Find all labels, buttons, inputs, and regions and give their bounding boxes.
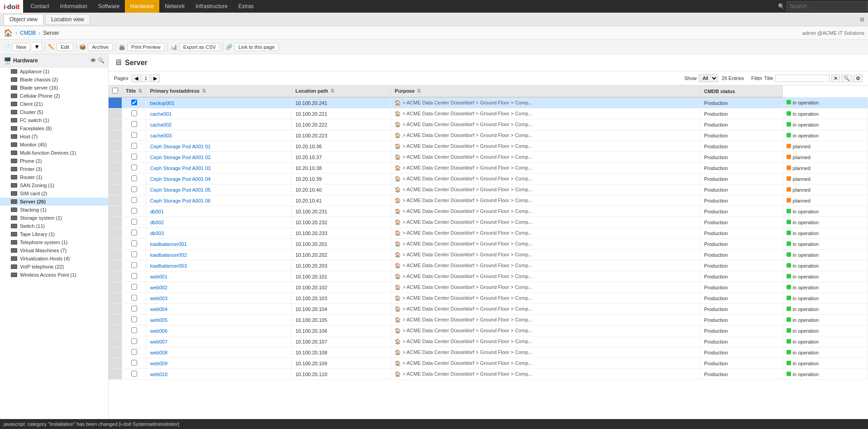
- view-toggle-icon[interactable]: 👁: [91, 57, 96, 64]
- prev-page-button[interactable]: ◀: [132, 75, 141, 82]
- row-checkbox-24[interactable]: [131, 360, 137, 366]
- sidebar-item-10[interactable]: Multi-function Devices (1): [0, 149, 108, 157]
- row-title-2[interactable]: cache002: [146, 119, 291, 130]
- filter-options-button[interactable]: ⚙: [854, 75, 863, 82]
- row-title-5[interactable]: Ceph Storage Pod A001 02: [146, 152, 291, 163]
- col-status[interactable]: CMDB status: [700, 85, 782, 97]
- row-checkbox-20[interactable]: [131, 316, 137, 322]
- row-checkbox-17[interactable]: [131, 284, 137, 290]
- sidebar-item-1[interactable]: Blade chassis (2): [0, 75, 108, 84]
- row-title-25[interactable]: web010: [146, 369, 291, 380]
- sidebar-item-5[interactable]: Cluster (5): [0, 108, 108, 116]
- row-title-8[interactable]: Ceph Storage Pod A001 05: [146, 184, 291, 195]
- row-checkbox-3[interactable]: [131, 132, 137, 138]
- select-all-header[interactable]: [109, 85, 122, 97]
- col-ip[interactable]: Primary hostaddress ⇅: [146, 85, 291, 97]
- col-purpose[interactable]: Purpose ⇅: [391, 85, 700, 97]
- tab-location-view[interactable]: Location view: [45, 14, 90, 25]
- row-checkbox-4[interactable]: [131, 143, 137, 149]
- nav-infrastructure[interactable]: Infrastructure: [190, 0, 233, 13]
- row-checkbox-1[interactable]: [131, 110, 137, 116]
- row-checkbox-19[interactable]: [131, 306, 137, 311]
- search-input[interactable]: [787, 1, 868, 11]
- select-all-checkbox[interactable]: [112, 88, 118, 94]
- sidebar-item-14[interactable]: SAN Zoning (1): [0, 181, 108, 189]
- new-dropdown-button[interactable]: ▼: [32, 42, 42, 52]
- row-title-6[interactable]: Ceph Storage Pod A001 03: [146, 163, 291, 174]
- row-title-0[interactable]: backup001: [146, 97, 291, 108]
- sidebar-item-3[interactable]: Cellular Phone (2): [0, 92, 108, 100]
- row-title-23[interactable]: web008: [146, 347, 291, 358]
- row-title-16[interactable]: web001: [146, 271, 291, 282]
- sidebar-item-8[interactable]: Host (7): [0, 132, 108, 141]
- sidebar-item-16[interactable]: Server (26): [0, 198, 108, 206]
- row-checkbox-18[interactable]: [131, 295, 137, 301]
- sidebar-item-21[interactable]: Telephone system (1): [0, 238, 108, 246]
- sidebar-item-9[interactable]: Monitor (45): [0, 141, 108, 149]
- sidebar-item-12[interactable]: Printer (3): [0, 165, 108, 173]
- nav-network[interactable]: Network: [159, 0, 190, 13]
- link-button[interactable]: Link to this page: [234, 43, 279, 51]
- row-title-22[interactable]: web007: [146, 336, 291, 347]
- row-title-18[interactable]: web003: [146, 293, 291, 304]
- nav-hardware[interactable]: Hardware: [125, 0, 159, 13]
- nav-contact[interactable]: Contact: [25, 0, 54, 13]
- nav-information[interactable]: Information: [55, 0, 93, 13]
- nav-extras[interactable]: Extras: [233, 0, 259, 13]
- sidebar-item-19[interactable]: Switch (11): [0, 222, 108, 230]
- sidebar-item-11[interactable]: Phone (2): [0, 157, 108, 165]
- row-checkbox-9[interactable]: [131, 197, 137, 203]
- home-icon[interactable]: 🏠: [4, 28, 13, 37]
- sidebar-item-17[interactable]: Stacking (1): [0, 206, 108, 214]
- row-title-17[interactable]: web002: [146, 282, 291, 293]
- row-checkbox-10[interactable]: [131, 208, 137, 214]
- sidebar-item-2[interactable]: Blade server (16): [0, 84, 108, 92]
- nav-software[interactable]: Software: [93, 0, 125, 13]
- row-title-12[interactable]: db003: [146, 228, 291, 239]
- row-title-15[interactable]: loadbalancer003: [146, 260, 291, 271]
- sidebar-item-18[interactable]: Storage system (1): [0, 214, 108, 222]
- sidebar-item-22[interactable]: Virtual Maschines (7): [0, 246, 108, 255]
- tab-object-view[interactable]: Object view: [4, 14, 43, 25]
- row-title-7[interactable]: Ceph Storage Pod A001 04: [146, 174, 291, 184]
- row-checkbox-16[interactable]: [131, 273, 137, 279]
- row-title-20[interactable]: web005: [146, 315, 291, 325]
- row-title-10[interactable]: db001: [146, 206, 291, 217]
- row-checkbox-7[interactable]: [131, 175, 137, 181]
- sidebar-item-6[interactable]: FC switch (1): [0, 116, 108, 124]
- sidebar-item-20[interactable]: Tape Library (1): [0, 230, 108, 238]
- filter-clear-button[interactable]: ✕: [831, 75, 840, 82]
- row-title-3[interactable]: cache003: [146, 130, 291, 141]
- expand-button[interactable]: ⊞: [860, 16, 864, 23]
- breadcrumb-cmdb[interactable]: CMDB: [20, 30, 36, 36]
- edit-button[interactable]: Edit: [57, 43, 73, 51]
- sidebar-item-25[interactable]: Wireless Access Point (1): [0, 271, 108, 279]
- col-title[interactable]: Title ⇅: [122, 85, 146, 97]
- app-logo[interactable]: i-doit: [0, 0, 23, 13]
- print-button[interactable]: Print Preview: [127, 43, 165, 51]
- row-title-19[interactable]: web004: [146, 304, 291, 315]
- row-title-14[interactable]: loadbalancer002: [146, 250, 291, 260]
- show-select[interactable]: All 10 25 50: [699, 74, 718, 82]
- sidebar-item-24[interactable]: VoIP telephone (22): [0, 263, 108, 271]
- row-checkbox-11[interactable]: [131, 219, 137, 225]
- row-title-1[interactable]: cache001: [146, 108, 291, 119]
- row-checkbox-21[interactable]: [131, 327, 137, 333]
- row-title-21[interactable]: web006: [146, 325, 291, 336]
- new-button[interactable]: New: [12, 43, 30, 51]
- sidebar-item-4[interactable]: Client (21): [0, 100, 108, 108]
- row-checkbox-22[interactable]: [131, 338, 137, 344]
- row-checkbox-8[interactable]: [131, 186, 137, 192]
- sidebar-item-15[interactable]: SIM card (2): [0, 189, 108, 198]
- row-checkbox-14[interactable]: [131, 251, 137, 257]
- filter-input[interactable]: [775, 75, 830, 82]
- row-checkbox-25[interactable]: [131, 371, 137, 377]
- row-title-13[interactable]: loadbalancer001: [146, 239, 291, 250]
- row-checkbox-2[interactable]: [131, 121, 137, 127]
- col-location[interactable]: Location path ⇅: [291, 85, 391, 97]
- next-page-button[interactable]: ▶: [151, 75, 160, 82]
- sidebar-item-13[interactable]: Router (1): [0, 173, 108, 181]
- row-checkbox-6[interactable]: [131, 165, 137, 170]
- row-title-24[interactable]: web009: [146, 358, 291, 369]
- search-sidebar-icon[interactable]: 🔍: [98, 57, 105, 64]
